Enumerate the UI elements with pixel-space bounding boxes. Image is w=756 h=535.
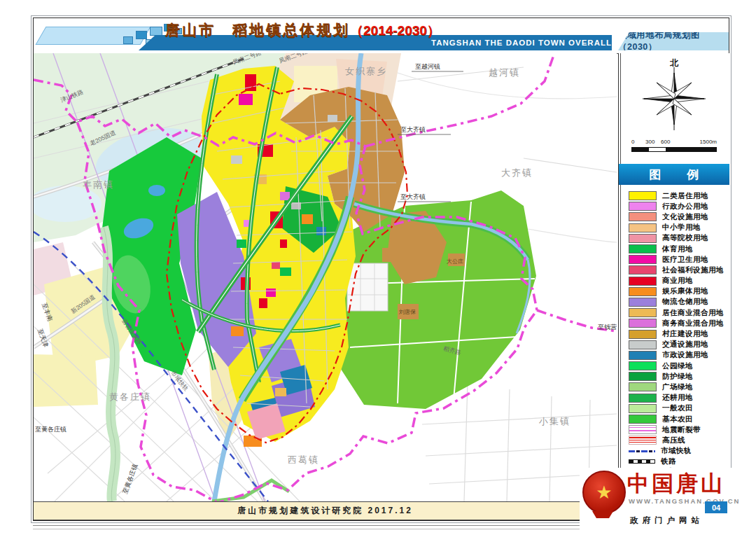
legend-item: 高等院校用地: [629, 233, 727, 244]
map-label-fengnanzhen: 丰南镇: [83, 179, 114, 190]
legend-label: 高压线: [662, 436, 685, 445]
legend-line-swatch: [629, 459, 655, 464]
legend-swatch: [629, 298, 657, 307]
legend-label: 一般农田: [662, 403, 693, 413]
compass-rose: 北: [629, 57, 720, 136]
legend-item: 居住商业混合用地: [629, 307, 727, 318]
legend-swatch: [629, 351, 657, 360]
legend-label: 防护绿地: [662, 372, 693, 382]
scale-tick-1500: 1500m: [700, 139, 717, 145]
sheet-title-cn: 唐山市 稻地镇总体规划: [165, 22, 350, 38]
legend-item: 铁路: [629, 457, 727, 467]
legend-list: 二类居住用地行政办公用地文化设施用地中小学用地高等院校用地体育用地医疗卫生用地社…: [629, 190, 727, 488]
legend-label: 行政办公用地: [662, 202, 708, 211]
legend-panel: 北: [618, 53, 729, 520]
legend-item: 商业用地: [629, 276, 727, 286]
legend-line-swatch: [629, 450, 655, 452]
credit-strip: 唐山市规划建筑设计研究院 2017.12: [34, 501, 617, 520]
legend-swatch: [629, 191, 657, 200]
legend-label: 公园绿地: [662, 361, 693, 371]
legend-item: 商务商业混合用地: [629, 318, 727, 328]
legend-label: 商务商业混合用地: [662, 319, 724, 328]
map-label-dagongzhuang: 大公庄: [447, 258, 463, 265]
legend-item: 中小学用地: [629, 223, 727, 233]
legend-label: 商业用地: [662, 276, 693, 286]
sheet-subtitle-box: 镇域用地布局规划图（2030）: [618, 32, 729, 50]
scale-tick-0: 0: [631, 139, 634, 145]
legend-item: 高压线: [629, 435, 727, 445]
legend-swatch: [629, 319, 657, 328]
north-label: 北: [629, 57, 720, 69]
legend-item: 交通设施用地: [629, 340, 727, 350]
legend-label: 医疗卫生用地: [662, 255, 708, 265]
legend-label: 铁路: [661, 457, 676, 466]
legend-item: 一般农田: [629, 403, 727, 414]
logo-tile: [123, 36, 133, 44]
sheet-header: 唐山市 稻地镇总体规划（2014-2030） TANGSHAN THE DAOD…: [34, 18, 729, 54]
credit-text: 唐山市规划建筑设计研究院 2017.12: [237, 505, 413, 517]
legend-label: 市政设施用地: [662, 350, 708, 360]
legend-item: 二类居住用地: [629, 190, 727, 201]
map-label-to-yuehezhen: 至越河镇: [415, 63, 440, 70]
legend-item: 娱乐康体用地: [629, 286, 727, 297]
scale-bar-graphic: [631, 147, 717, 152]
map-label-huanggezhuangzhen: 黄各庄镇: [109, 391, 151, 402]
legend-swatch: [629, 361, 657, 370]
legend-label: 二类居住用地: [662, 191, 708, 201]
planning-bureau-logo: [35, 27, 150, 45]
map-label-to-huanggezhuang-1: 至黄各庄镇: [35, 426, 66, 433]
sheet-title-years: （2014-2030）: [350, 23, 440, 38]
legend-item: 物流仓储用地: [629, 297, 727, 307]
legend-swatch: [629, 447, 655, 455]
legend-label: 社会福利设施用地: [662, 265, 724, 275]
legend-swatch: [629, 212, 657, 221]
portal-label: 政府门户网站: [630, 515, 704, 526]
map-label-nvzhizhaixiang: 女织寨乡: [345, 66, 387, 76]
legend-label: 村庄建设用地: [662, 329, 708, 339]
legend-swatch: [629, 277, 657, 286]
map-label-liutangbao: 刘唐保: [399, 309, 416, 315]
legend-item: 地震断裂带: [629, 424, 727, 435]
legend-swatch: [629, 287, 657, 296]
map-label-xigezhen: 西葛镇: [288, 454, 319, 465]
legend-swatch: [629, 255, 657, 264]
legend-label: 市域快轨: [661, 446, 692, 456]
national-emblem-icon: ★: [582, 471, 626, 514]
map-label-to-qianying: 至钱营: [598, 324, 617, 331]
map-sheet: 唐山市 稻地镇总体规划（2014-2030） TANGSHAN THE DAOD…: [33, 18, 729, 521]
emblem-base: [592, 511, 613, 518]
legend-item: 广场绿地: [629, 382, 727, 392]
legend-item: 市政设施用地: [629, 350, 727, 361]
map-canvas: 丰南镇 女织寨乡 越河镇 大齐镇 小集镇 西葛镇 黄各庄镇 至越河镇 至大齐镇 …: [34, 53, 617, 501]
legend-item: 防护绿地: [629, 371, 727, 382]
legend-item: 基本农田: [629, 414, 727, 424]
sheet-title: 唐山市 稻地镇总体规划（2014-2030）: [165, 20, 440, 40]
legend-label: 基本农田: [662, 415, 693, 424]
legend-item: 村庄建设用地: [629, 328, 727, 339]
logo-tile: [150, 27, 162, 36]
legend-swatch: [629, 244, 657, 253]
legend-item: 文化设施用地: [629, 211, 727, 222]
sheet-subtitle: 镇域用地布局规划图（2030）: [618, 29, 729, 53]
legend-swatch: [629, 308, 657, 317]
legend-label: 中小学用地: [662, 223, 701, 232]
legend-label: 物流仓储用地: [662, 297, 708, 307]
legend-label: 娱乐康体用地: [662, 286, 708, 296]
scale-tick-600: 600: [661, 139, 670, 145]
legend-swatch: [629, 382, 657, 391]
legend-swatch: [629, 404, 657, 413]
legend-label: 居住商业混合用地: [662, 308, 724, 318]
map-label-to-daqizhen-1: 至大齐镇: [400, 126, 426, 133]
legend-swatch: [629, 265, 657, 275]
page-number-badge: 04: [705, 501, 727, 513]
map-label-xiaojizhen: 小集镇: [538, 416, 570, 426]
legend-swatch: [629, 394, 657, 403]
logo-tile: [136, 31, 147, 39]
legend-swatch: [629, 458, 655, 466]
land-use-map: 丰南镇 女织寨乡 越河镇 大齐镇 小集镇 西葛镇 黄各庄镇 至越河镇 至大齐镇 …: [34, 53, 617, 501]
legend-label: 地震断裂带: [662, 425, 701, 435]
legend-swatch: [629, 330, 657, 339]
legend-swatch: [629, 372, 657, 381]
legend-label: 体育用地: [662, 244, 693, 254]
legend-title: 图 例: [643, 167, 706, 183]
